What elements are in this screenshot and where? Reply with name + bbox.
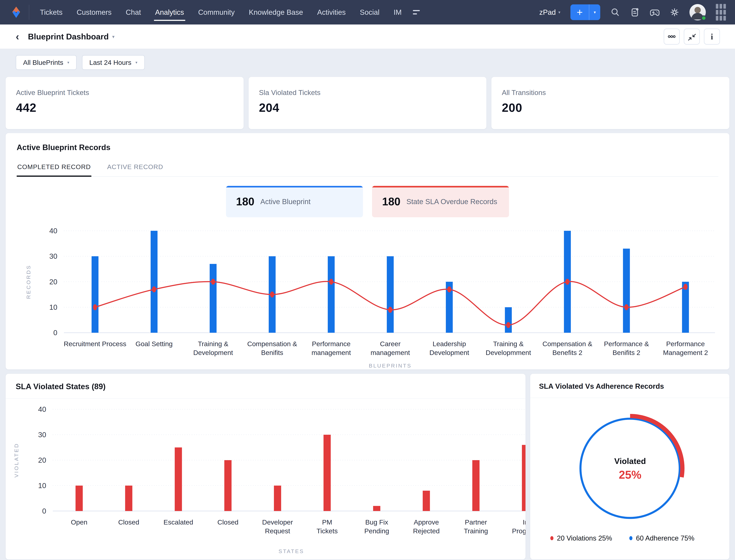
overdue-point[interactable] bbox=[93, 304, 97, 310]
y-tick-label: 20 bbox=[38, 456, 46, 464]
blueprint-filter[interactable]: All BluePrints ▾ bbox=[16, 55, 77, 70]
sla-states-title: SLA Violated States (89) bbox=[6, 382, 526, 391]
violated-bar[interactable] bbox=[522, 445, 526, 511]
x-category-label: Training &Development bbox=[193, 340, 233, 356]
nav-overflow-icon[interactable] bbox=[413, 10, 420, 14]
overdue-point[interactable] bbox=[211, 279, 215, 285]
legend-item[interactable]: 20 Violations 25% bbox=[550, 534, 612, 542]
nav-divider bbox=[29, 5, 29, 20]
violated-bar[interactable] bbox=[224, 460, 231, 511]
x-category-label: Closed bbox=[118, 518, 139, 526]
x-category-label: Goal Setting bbox=[135, 340, 173, 348]
records-summary-chips: 180 Active Blueprint 180 State SLA Overd… bbox=[17, 186, 718, 217]
violated-bar[interactable] bbox=[76, 486, 83, 511]
sla-violated-vs-adherence-card: SLA Violated Vs Adherence Records Violat… bbox=[530, 374, 729, 559]
violated-bar[interactable] bbox=[373, 506, 381, 511]
state-sla-overdue-chip[interactable]: 180 State SLA Overdue Records bbox=[372, 186, 509, 217]
nav-item-activities[interactable]: Activities bbox=[317, 3, 346, 22]
add-button[interactable]: + ▾ bbox=[570, 4, 600, 20]
overdue-point[interactable] bbox=[270, 292, 274, 298]
records-card-title: Active Blueprint Records bbox=[17, 143, 718, 152]
stat-card-active-blueprint-tickets[interactable]: Active Blueprint Tickets 442 bbox=[6, 77, 243, 129]
overdue-point[interactable] bbox=[624, 304, 629, 310]
record-bar[interactable] bbox=[210, 264, 216, 333]
record-bar[interactable] bbox=[92, 256, 98, 333]
stat-label: All Transitions bbox=[502, 89, 719, 97]
x-category-label: Closed bbox=[217, 518, 238, 526]
overdue-point[interactable] bbox=[684, 284, 688, 290]
user-avatar[interactable] bbox=[689, 4, 706, 20]
x-category-label: Performance &Benifits 2 bbox=[604, 340, 649, 356]
title-chevron-down-icon[interactable]: ▾ bbox=[112, 34, 114, 39]
violated-bar[interactable] bbox=[472, 460, 480, 511]
overdue-point[interactable] bbox=[447, 286, 451, 292]
y-tick-label: 30 bbox=[38, 431, 46, 439]
record-bar[interactable] bbox=[505, 307, 512, 333]
nav-item-tickets[interactable]: Tickets bbox=[40, 3, 63, 22]
legend-item[interactable]: 60 Adherence 75% bbox=[629, 534, 694, 542]
violated-bar[interactable] bbox=[274, 486, 281, 511]
overdue-point[interactable] bbox=[152, 286, 156, 292]
app-logo-icon[interactable] bbox=[9, 5, 23, 20]
x-category-label: LeadershipDevelopment bbox=[430, 340, 469, 356]
stat-card-all-transitions[interactable]: All Transitions 200 bbox=[492, 77, 729, 129]
back-button[interactable]: ‹ bbox=[16, 31, 19, 42]
donut-legend: 20 Violations 25%60 Adherence 75% bbox=[530, 534, 729, 542]
nav-items: TicketsCustomersChatAnalyticsCommunityKn… bbox=[40, 3, 402, 22]
nav-item-analytics[interactable]: Analytics bbox=[155, 3, 184, 22]
stat-label: Sla Violated Tickets bbox=[259, 89, 476, 97]
violated-bar[interactable] bbox=[423, 491, 430, 511]
overdue-point[interactable] bbox=[388, 307, 392, 313]
app-grid-icon[interactable] bbox=[716, 4, 726, 21]
portal-select[interactable]: zPad ▾ bbox=[539, 8, 560, 16]
games-icon[interactable] bbox=[650, 7, 660, 17]
nav-item-knowledge-base[interactable]: Knowledge Base bbox=[248, 3, 303, 22]
active-blueprint-chip[interactable]: 180 Active Blueprint bbox=[226, 186, 363, 217]
x-category-label: PartnerTraining bbox=[464, 518, 488, 535]
nav-item-customers[interactable]: Customers bbox=[76, 3, 112, 22]
blueprint-records-chart: 010203040RECORDSRecruitment ProcessGoal … bbox=[17, 225, 718, 370]
more-actions-button[interactable] bbox=[664, 29, 680, 45]
nav-item-social[interactable]: Social bbox=[359, 3, 380, 22]
violated-bar[interactable] bbox=[323, 435, 331, 511]
overdue-point[interactable] bbox=[329, 279, 333, 285]
record-bar[interactable] bbox=[328, 256, 335, 333]
nav-item-im[interactable]: IM bbox=[393, 3, 402, 22]
info-button[interactable]: i bbox=[704, 29, 720, 45]
plus-icon[interactable]: + bbox=[570, 4, 589, 20]
record-bar[interactable] bbox=[623, 249, 630, 333]
legend-label: 60 Adherence 75% bbox=[636, 534, 694, 542]
x-category-label: Training &Developmment bbox=[486, 340, 531, 356]
violated-bar[interactable] bbox=[125, 486, 132, 511]
legend-dot-icon bbox=[550, 536, 554, 540]
record-bar[interactable] bbox=[151, 231, 157, 333]
y-tick-label: 20 bbox=[49, 278, 57, 286]
record-bar[interactable] bbox=[387, 256, 394, 333]
chevron-down-icon: ▾ bbox=[67, 60, 69, 65]
tab-completed-record[interactable]: COMPLETED RECORD bbox=[17, 162, 91, 176]
stat-cards-row: Active Blueprint Tickets 442 Sla Violate… bbox=[6, 77, 729, 129]
adherence-ring[interactable] bbox=[581, 419, 680, 518]
violated-bar[interactable] bbox=[175, 447, 182, 511]
top-nav: TicketsCustomersChatAnalyticsCommunityKn… bbox=[0, 0, 735, 24]
collapse-button[interactable] bbox=[684, 29, 700, 45]
adherence-donut-chart: Violated25% bbox=[530, 398, 729, 533]
tab-active-record[interactable]: ACTIVE RECORD bbox=[106, 162, 164, 176]
add-dropdown-icon[interactable]: ▾ bbox=[589, 4, 600, 20]
overdue-point[interactable] bbox=[506, 322, 511, 328]
nav-item-community[interactable]: Community bbox=[198, 3, 235, 22]
time-range-filter[interactable]: Last 24 Hours ▾ bbox=[82, 55, 145, 70]
y-tick-label: 40 bbox=[38, 405, 46, 413]
x-axis-label: BLUEPRINTS bbox=[369, 363, 412, 369]
settings-gear-icon[interactable] bbox=[670, 7, 679, 17]
online-status-dot bbox=[701, 15, 706, 21]
feedback-icon[interactable] bbox=[630, 7, 640, 17]
nav-item-chat[interactable]: Chat bbox=[125, 3, 141, 22]
page-header: ‹ Blueprint Dashboard ▾ i bbox=[0, 24, 735, 49]
search-icon[interactable] bbox=[610, 7, 620, 17]
x-category-label: PMTickets bbox=[316, 518, 338, 535]
overdue-point[interactable] bbox=[565, 279, 570, 285]
stat-card-sla-violated-tickets[interactable]: Sla Violated Tickets 204 bbox=[248, 77, 487, 129]
x-category-label: Bug FixPending bbox=[364, 518, 389, 535]
y-axis-label: RECORDS bbox=[25, 265, 31, 299]
